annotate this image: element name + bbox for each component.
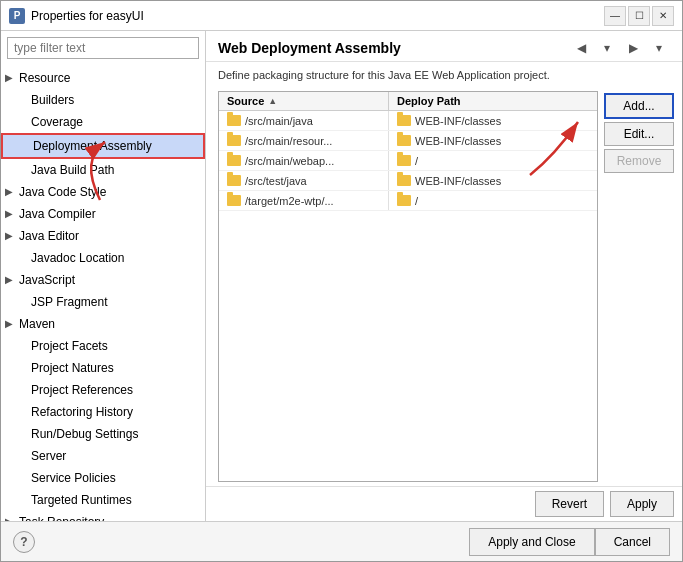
minimize-button[interactable]: — (604, 6, 626, 26)
nav-dropdown-button[interactable]: ▾ (596, 39, 618, 57)
sidebar-item-java-code-style[interactable]: ▶Java Code Style (1, 181, 205, 203)
folder-icon (397, 155, 411, 166)
assembly-area: Source ▲ Deploy Path /src/main/java WEB-… (206, 87, 682, 486)
nav-forward-button[interactable]: ▶ (622, 39, 644, 57)
right-panel: Web Deployment Assembly ◀ ▾ ▶ ▾ Define p… (206, 31, 682, 521)
sidebar-item-label: Java Code Style (19, 183, 106, 201)
sidebar-item-refactoring-history[interactable]: Refactoring History (1, 401, 205, 423)
table-body: /src/main/java WEB-INF/classes /src/main… (219, 111, 597, 481)
folder-icon (397, 195, 411, 206)
sidebar-item-label: Resource (19, 69, 70, 87)
sidebar-item-label: JavaScript (19, 271, 75, 289)
expand-arrow: ▶ (5, 513, 15, 521)
left-panel: ▶ResourceBuildersCoverageDeployment Asse… (1, 31, 206, 521)
help-button[interactable]: ? (13, 531, 35, 553)
apply-and-close-button[interactable]: Apply and Close (469, 528, 594, 556)
expand-arrow: ▶ (5, 227, 15, 245)
sidebar-item-label: Task Repository (19, 513, 104, 521)
deploy-cell: WEB-INF/classes (389, 171, 597, 190)
table-row[interactable]: /src/main/java WEB-INF/classes (219, 111, 597, 131)
source-path: /src/main/java (245, 115, 313, 127)
folder-icon (227, 155, 241, 166)
folder-icon (397, 135, 411, 146)
sidebar-item-resource[interactable]: ▶Resource (1, 67, 205, 89)
deploy-path: WEB-INF/classes (415, 135, 501, 147)
cancel-button[interactable]: Cancel (595, 528, 670, 556)
source-cell: /target/m2e-wtp/... (219, 191, 389, 210)
sidebar-item-server[interactable]: Server (1, 445, 205, 467)
source-cell: /src/main/resour... (219, 131, 389, 150)
sidebar-item-label: Targeted Runtimes (31, 491, 132, 509)
add-button[interactable]: Add... (604, 93, 674, 119)
source-cell: /src/test/java (219, 171, 389, 190)
deploy-path: WEB-INF/classes (415, 115, 501, 127)
source-path: /src/main/webap... (245, 155, 334, 167)
apply-button[interactable]: Apply (610, 491, 674, 517)
remove-button[interactable]: Remove (604, 149, 674, 173)
close-button[interactable]: ✕ (652, 6, 674, 26)
sidebar-item-java-editor[interactable]: ▶Java Editor (1, 225, 205, 247)
folder-icon (397, 175, 411, 186)
sidebar-item-label: JSP Fragment (31, 293, 107, 311)
revert-button[interactable]: Revert (535, 491, 604, 517)
sidebar-item-task-repository[interactable]: ▶Task Repository (1, 511, 205, 521)
sort-arrow: ▲ (268, 96, 277, 106)
deploy-cell: WEB-INF/classes (389, 111, 597, 130)
properties-dialog: P Properties for easyUI — ☐ ✕ ▶ResourceB… (0, 0, 683, 562)
sidebar-item-label: Java Compiler (19, 205, 96, 223)
sidebar-item-label: Java Editor (19, 227, 79, 245)
maximize-button[interactable]: ☐ (628, 6, 650, 26)
tree-list: ▶ResourceBuildersCoverageDeployment Asse… (1, 65, 205, 521)
sidebar-item-java-compiler[interactable]: ▶Java Compiler (1, 203, 205, 225)
sidebar-item-label: Service Policies (31, 469, 116, 487)
sidebar-item-label: Project Facets (31, 337, 108, 355)
folder-icon (397, 115, 411, 126)
sidebar-item-maven[interactable]: ▶Maven (1, 313, 205, 335)
sidebar-item-java-build-path[interactable]: Java Build Path (1, 159, 205, 181)
folder-icon (227, 175, 241, 186)
panel-nav: ◀ ▾ ▶ ▾ (570, 39, 670, 57)
source-path: /src/test/java (245, 175, 307, 187)
sidebar-item-targeted-runtimes[interactable]: Targeted Runtimes (1, 489, 205, 511)
dialog-bottom: ? Apply and Close Cancel (1, 521, 682, 561)
sidebar-item-label: Deployment Assembly (33, 137, 152, 155)
table-row[interactable]: /src/test/java WEB-INF/classes (219, 171, 597, 191)
sidebar-item-project-references[interactable]: Project References (1, 379, 205, 401)
folder-icon (227, 195, 241, 206)
sidebar-item-deployment-assembly[interactable]: Deployment Assembly (1, 133, 205, 159)
expand-arrow: ▶ (5, 271, 15, 289)
nav-back-button[interactable]: ◀ (570, 39, 592, 57)
edit-button[interactable]: Edit... (604, 122, 674, 146)
sidebar-item-service-policies[interactable]: Service Policies (1, 467, 205, 489)
panel-bottom: Revert Apply (206, 486, 682, 521)
source-path: /src/main/resour... (245, 135, 332, 147)
title-bar: P Properties for easyUI — ☐ ✕ (1, 1, 682, 31)
deploy-path: / (415, 155, 418, 167)
table-row[interactable]: /src/main/webap... / (219, 151, 597, 171)
sidebar-item-run-debug-settings[interactable]: Run/Debug Settings (1, 423, 205, 445)
sidebar-item-jsp-fragment[interactable]: JSP Fragment (1, 291, 205, 313)
filter-input[interactable] (7, 37, 199, 59)
sidebar-item-project-natures[interactable]: Project Natures (1, 357, 205, 379)
table-header: Source ▲ Deploy Path (219, 92, 597, 111)
table-row[interactable]: /target/m2e-wtp/... / (219, 191, 597, 211)
description: Define packaging structure for this Java… (206, 62, 682, 87)
source-cell: /src/main/webap... (219, 151, 389, 170)
table-row[interactable]: /src/main/resour... WEB-INF/classes (219, 131, 597, 151)
sidebar-item-coverage[interactable]: Coverage (1, 111, 205, 133)
deploy-cell: / (389, 151, 597, 170)
sidebar-item-label: Javadoc Location (31, 249, 124, 267)
col-source: Source ▲ (219, 92, 389, 110)
sidebar-item-project-facets[interactable]: Project Facets (1, 335, 205, 357)
window-controls: — ☐ ✕ (604, 6, 674, 26)
nav-menu-button[interactable]: ▾ (648, 39, 670, 57)
sidebar-item-javadoc-location[interactable]: Javadoc Location (1, 247, 205, 269)
sidebar-item-javascript[interactable]: ▶JavaScript (1, 269, 205, 291)
expand-arrow: ▶ (5, 205, 15, 223)
sidebar-item-builders[interactable]: Builders (1, 89, 205, 111)
expand-arrow: ▶ (5, 315, 15, 333)
window-icon: P (9, 8, 25, 24)
sidebar-item-label: Project Natures (31, 359, 114, 377)
expand-arrow: ▶ (5, 69, 15, 87)
source-path: /target/m2e-wtp/... (245, 195, 334, 207)
